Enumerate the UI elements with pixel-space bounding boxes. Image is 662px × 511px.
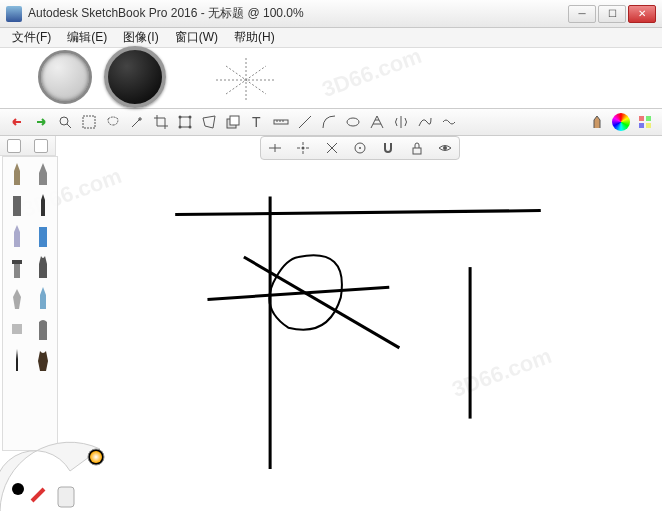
svg-point-11: [189, 126, 192, 129]
color-puck-primary[interactable]: [104, 46, 166, 108]
svg-rect-38: [13, 196, 21, 216]
svg-point-4: [60, 117, 68, 125]
redo-button[interactable]: [30, 111, 52, 133]
window-controls: ─ ☐ ✕: [568, 5, 656, 23]
lagoon-menu[interactable]: [0, 431, 130, 511]
svg-rect-41: [12, 324, 22, 334]
svg-rect-15: [274, 120, 288, 124]
brush-flat[interactable]: [5, 252, 30, 282]
brush-smear[interactable]: [5, 283, 30, 313]
menu-edit[interactable]: 编辑(E): [59, 29, 115, 46]
brush-marker[interactable]: [5, 190, 30, 220]
brush-pen[interactable]: [31, 190, 56, 220]
svg-rect-6: [83, 116, 95, 128]
layers-panel-button[interactable]: [634, 111, 656, 133]
color-wheel-button[interactable]: [610, 111, 632, 133]
svg-point-35: [359, 147, 361, 149]
toggle-b-icon[interactable]: [34, 139, 48, 153]
svg-line-5: [67, 124, 71, 128]
brush-puck-row: [0, 48, 662, 108]
svg-rect-36: [413, 148, 421, 154]
lagoon-undo-icon: [32, 489, 44, 501]
brush-airbrush[interactable]: [31, 159, 56, 189]
stroke-options-toolbar: [260, 136, 460, 160]
svg-text:T: T: [252, 114, 261, 130]
brush-blend[interactable]: [31, 314, 56, 344]
line-button[interactable]: [294, 111, 316, 133]
svg-point-20: [347, 118, 359, 126]
brush-ballpoint[interactable]: [5, 221, 30, 251]
curve-button[interactable]: [318, 111, 340, 133]
menu-window[interactable]: 窗口(W): [167, 29, 226, 46]
brush-palette-button[interactable]: [586, 111, 608, 133]
symmetry-button[interactable]: [390, 111, 412, 133]
crop-button[interactable]: [150, 111, 172, 133]
color-wheel-icon: [612, 113, 630, 131]
svg-rect-24: [646, 123, 651, 128]
brush-paintbrush[interactable]: [31, 252, 56, 282]
eye-icon[interactable]: [438, 141, 452, 155]
magic-wand-button[interactable]: [126, 111, 148, 133]
svg-rect-40: [14, 264, 20, 278]
toggle-a-icon[interactable]: [7, 139, 21, 153]
minimize-button[interactable]: ─: [568, 5, 596, 23]
svg-point-9: [189, 116, 192, 119]
transform-button[interactable]: [174, 111, 196, 133]
brush-palette: [2, 156, 58, 451]
layer-button[interactable]: [222, 111, 244, 133]
brush-cursor-preview: [216, 58, 276, 102]
ruler-button[interactable]: [270, 111, 292, 133]
snap-center-icon[interactable]: [296, 141, 310, 155]
titlebar: Autodesk SketchBook Pro 2016 - 无标题 @ 100…: [0, 0, 662, 28]
lagoon-layers-icon: [58, 487, 74, 507]
ellipse-button[interactable]: [342, 111, 364, 133]
snap-horizontal-icon[interactable]: [268, 141, 282, 155]
svg-rect-7: [180, 117, 190, 127]
menubar: 文件(F) 编辑(E) 图像(I) 窗口(W) 帮助(H): [0, 28, 662, 48]
svg-point-10: [179, 126, 182, 129]
menu-file[interactable]: 文件(F): [4, 29, 59, 46]
french-curve-button[interactable]: [414, 111, 436, 133]
snap-radial-icon[interactable]: [353, 141, 367, 155]
color-puck-secondary[interactable]: [38, 50, 92, 104]
brush-ink[interactable]: [5, 345, 30, 375]
svg-rect-39: [12, 260, 22, 264]
undo-button[interactable]: [6, 111, 28, 133]
maximize-button[interactable]: ☐: [598, 5, 626, 23]
zoom-button[interactable]: [54, 111, 76, 133]
snap-45-icon[interactable]: [325, 141, 339, 155]
close-button[interactable]: ✕: [628, 5, 656, 23]
svg-rect-22: [646, 116, 651, 121]
svg-rect-13: [230, 116, 239, 125]
text-button[interactable]: T: [246, 111, 268, 133]
lock-icon[interactable]: [410, 141, 424, 155]
svg-rect-21: [639, 116, 644, 121]
distort-button[interactable]: [198, 111, 220, 133]
brush-eraser-soft[interactable]: [5, 314, 30, 344]
svg-point-37: [443, 146, 447, 150]
lasso-select-button[interactable]: [102, 111, 124, 133]
window-title: Autodesk SketchBook Pro 2016 - 无标题 @ 100…: [28, 5, 568, 22]
svg-point-8: [179, 116, 182, 119]
svg-point-27: [302, 147, 305, 150]
svg-rect-23: [639, 123, 644, 128]
brush-pencil[interactable]: [5, 159, 30, 189]
svg-point-44: [12, 483, 24, 495]
brush-eraser-hard[interactable]: [31, 283, 56, 313]
svg-line-48: [244, 257, 400, 348]
magnet-icon[interactable]: [381, 141, 395, 155]
canvas-content: [56, 156, 662, 511]
svg-line-45: [175, 211, 541, 215]
brush-chisel[interactable]: [31, 221, 56, 251]
perspective-button[interactable]: [366, 111, 388, 133]
marquee-select-button[interactable]: [78, 111, 100, 133]
steady-stroke-button[interactable]: [438, 111, 460, 133]
menu-help[interactable]: 帮助(H): [226, 29, 283, 46]
view-options-strip: [0, 136, 56, 156]
main-toolbar: T: [0, 108, 662, 136]
menu-image[interactable]: 图像(I): [115, 29, 166, 46]
brush-wash[interactable]: [31, 345, 56, 375]
svg-line-19: [299, 116, 311, 128]
app-icon: [6, 6, 22, 22]
